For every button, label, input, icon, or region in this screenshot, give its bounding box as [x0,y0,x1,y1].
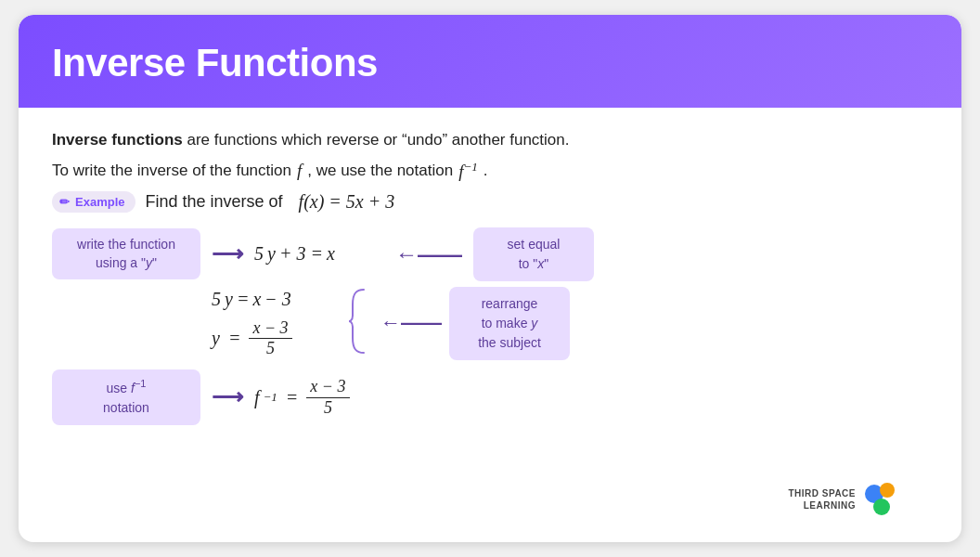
eq1: 5y + 3 = x [254,243,384,265]
tsl-logo-icon [861,481,906,518]
step3-label: rearrange to make y the subject [449,287,570,360]
step1-label: write the function using a "y" [52,228,200,279]
intro-rest: are functions which reverse or “undo” an… [183,131,570,149]
header: Inverse Functions [19,15,961,108]
notation-text-end: . [484,162,488,180]
card: Inverse Functions Inverse functions are … [19,15,961,542]
eq3: y = x − 3 5 [212,319,342,359]
notation-text-mid: , we use the notation [307,162,453,180]
intro-line1: Inverse functions are functions which re… [52,128,928,152]
brand-text: THIRD SPACE LEARNING [788,487,856,512]
example-badge: ✏ Example [52,191,135,213]
fraction-finv: x − 3 5 [306,378,349,418]
notation-text-start: To write the inverse of the function [52,162,291,180]
step2-label: set equal to "x" [473,227,594,281]
eq2: 5y = x − 3 [212,289,342,310]
footer: THIRD SPACE LEARNING [52,475,928,527]
brand-logo: THIRD SPACE LEARNING [788,481,906,518]
example-row: ✏ Example Find the inverse of f(x) = 5x … [52,191,928,213]
finv-symbol: f−1 [458,160,478,182]
example-label: Example [75,195,124,209]
content-area: Inverse functions are functions which re… [19,108,961,542]
arrow-right-1: ⟶ [212,243,243,266]
notation-line: To write the inverse of the function f ,… [52,160,928,182]
page-title: Inverse Functions [52,41,928,85]
arrow-right-2: ⟶ [212,386,243,408]
arrow-left-2: ←—— [380,311,442,335]
example-function: f(x) = 5x + 3 [299,191,395,213]
steps-area: write the function using a "y" ⟶ 5y + 3 … [52,224,928,468]
eq-group-rearrange: 5y = x − 3 y = x − 3 5 [212,289,342,359]
arrow-left-1: ←—— [395,243,462,266]
eq4: f−1 = x − 3 5 [254,378,350,418]
intro-bold: Inverse functions [52,131,183,149]
f-symbol: f [297,161,302,181]
fraction-y: x − 3 5 [249,319,291,359]
svg-point-2 [873,499,890,515]
example-text: Find the inverse of f(x) = 5x + 3 [145,191,394,213]
step4-label: use f−1 notation [52,369,200,426]
svg-point-1 [880,483,895,498]
pencil-icon: ✏ [59,195,70,209]
curly-brace [347,288,368,358]
